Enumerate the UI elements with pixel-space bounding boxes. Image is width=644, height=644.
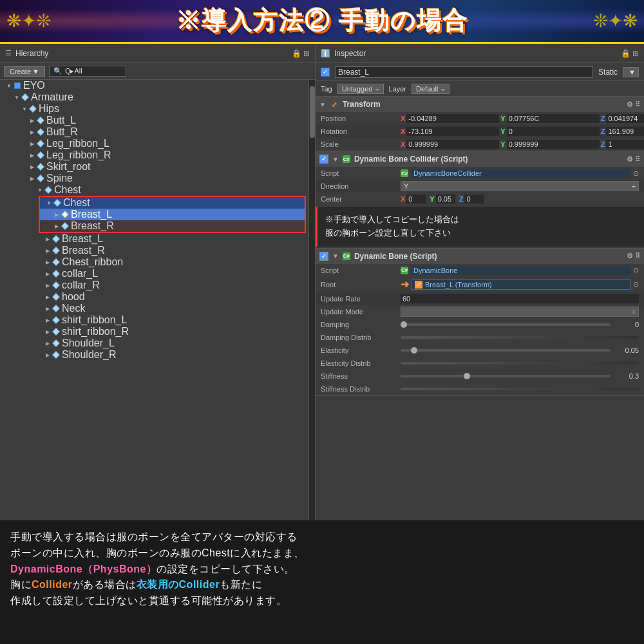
scale-x-input[interactable] [406,140,499,149]
pos-y-input[interactable] [507,114,600,123]
dbc-script-settings[interactable]: ⊙ [633,169,639,178]
stiffness-distrib-track [401,388,639,390]
db-arrow: ▼ [332,252,339,260]
damping-value: 0 [613,321,639,328]
rotation-label: Rotation [321,128,398,135]
object-name-input[interactable] [335,66,593,78]
tree-item-breast-r[interactable]: ▶ Breast_R [40,220,305,232]
label-spine: Spine [46,173,73,184]
tree-item-chest-outer[interactable]: ▼ Chest [0,184,308,196]
pos-z-input[interactable] [606,114,644,123]
elasticity-slider[interactable]: 0.05 [401,346,639,354]
tree-item-spine[interactable]: ▶ Spine [0,173,308,184]
rot-z-label: Z [601,128,605,135]
scale-z-input[interactable] [606,140,644,149]
center-y-input[interactable] [436,194,455,204]
tree-item-butt-r[interactable]: ▶ Butt_R [0,126,308,138]
root-settings-icon[interactable]: ⊙ [633,280,639,289]
icon-neck [52,304,61,313]
scale-xyz: X Y Z [401,140,644,149]
tag-dropdown[interactable]: Untagged ÷ [337,84,384,94]
arrow-breast-l2: ▶ [44,235,52,243]
center-z-input[interactable] [464,194,484,204]
root-value-text: Breast_L (Transform) [425,281,492,289]
db-gear[interactable]: ⚙ ⠿ [627,252,640,260]
tree-item-butt-l[interactable]: ▶ Butt_L [0,115,308,126]
dbc-header[interactable]: ✓ ▼ C# Dynamic Bone Collider (Script) ⚙ … [316,151,644,167]
rot-x-input[interactable] [406,127,499,136]
stiffness-slider[interactable]: 0.3 [401,372,639,380]
arrow-shoulder-r: ▶ [44,351,52,359]
icon-shoulder-r [52,350,61,359]
rot-x-label: X [401,128,405,135]
center-y-label: Y [430,195,434,203]
pos-x-input[interactable] [406,114,499,123]
layer-dropdown[interactable]: Default ÷ [412,84,450,94]
db-script-settings[interactable]: ⊙ [633,266,639,274]
db-checkbox[interactable]: ✓ [319,252,328,261]
hierarchy-title: Hierarchy [15,49,48,58]
tree-item-shoulder-l[interactable]: ▶ Shoulder_L [0,337,308,349]
top-banner: ❋✦❊ ※導入方法② 手動の場合 ❊✦❋ [0,0,644,44]
transform-header[interactable]: ▼ ⤢ Transform ⚙ ⠿ [316,97,644,112]
elasticity-distrib-slider[interactable] [401,362,639,365]
tree-item-skirt-root[interactable]: ▶ Skirt_root [0,161,308,173]
create-button[interactable]: Create ▼ [4,66,45,77]
icon-armature [21,93,30,102]
hierarchy-scrollbar[interactable] [308,80,315,520]
stiffness-distrib-slider[interactable] [401,388,639,390]
tree-item-hood[interactable]: ▶ hood [0,291,308,303]
root-value-field[interactable]: ⤢ Breast_L (Transform) [412,279,630,290]
arrow-chest-inner: ▼ [45,199,53,207]
object-active-checkbox[interactable]: ✓ [321,68,330,77]
annotation-box: ※手動で導入してコピーした場合は 服の胸ボーン設定し直して下さい [316,207,644,247]
stiffness-value: 0.3 [613,372,639,380]
static-dropdown[interactable]: ▼ [623,67,639,77]
direction-dropdown[interactable]: Y ÷ [401,181,639,191]
tree-item-shirt-ribbon-r[interactable]: ▶ shirt_ribbon_R [0,326,308,337]
tree-item-eyo[interactable]: ▼ EYO [0,80,308,91]
tree-item-leg-ribbon-r[interactable]: ▶ Leg_ribbon_R [0,149,308,161]
damping-distrib-slider[interactable] [401,336,639,339]
update-rate-input[interactable] [401,294,639,303]
icon-eyo [13,81,22,90]
tree-item-breast-l2[interactable]: ▶ Breast_L [0,233,308,245]
dbc-checkbox[interactable]: ✓ [319,155,328,164]
center-x-label: X [401,195,405,203]
scale-y-input[interactable] [507,140,600,149]
tree-item-collar-r[interactable]: ▶ collar_R [0,279,308,291]
rot-z-input[interactable] [606,127,644,136]
icon-chest-ribbon [52,258,61,267]
damping-thumb [401,321,407,328]
dbc-gear[interactable]: ⚙ ⠿ [627,155,640,164]
search-box[interactable]: 🔍 Q▸All [49,66,126,77]
icon-shirt-ribbon-l [52,316,61,325]
tree-item-breast-r2[interactable]: ▶ Breast_R [0,245,308,256]
tree-item-neck[interactable]: ▶ Neck [0,303,308,314]
tree-item-armature[interactable]: ▼ Armature [0,91,308,103]
tree-item-shoulder-r[interactable]: ▶ Shoulder_R [0,349,308,361]
label-skirt-root: Skirt_root [46,161,90,173]
icon-chest-outer [44,185,53,194]
icon-butt-r [36,128,45,137]
arrow-leg-ribbon-r: ▶ [28,151,36,159]
tree-area: ▼ EYO ▼ Armature ▼ Hips ▶ [0,80,308,520]
damping-slider[interactable]: 0 [401,321,639,328]
transform-gear[interactable]: ⚙ ⠿ [627,100,640,109]
tree-item-breast-l[interactable]: ▶ Breast_L [40,209,305,220]
tree-item-collar-l[interactable]: ▶ collar_L [0,268,308,279]
icon-breast-l [61,210,70,219]
tag-dropdown-icon: ÷ [375,85,379,93]
static-arrow: ▼ [629,68,636,76]
arrow-butt-l: ▶ [28,117,36,124]
db-header[interactable]: ✓ ▼ C# Dynamic Bone (Script) ⚙ ⠿ [316,249,644,264]
tree-item-chest-ribbon[interactable]: ▶ Chest_ribbon [0,256,308,268]
update-mode-dropdown[interactable]: ÷ [401,307,639,317]
rot-y-input[interactable] [507,127,600,136]
tree-item-chest-inner[interactable]: ▼ Chest [40,197,305,209]
tree-item-shirt-ribbon-l[interactable]: ▶ shirt_ribbon_L [0,314,308,326]
tree-item-leg-ribbon-l[interactable]: ▶ Leg_ribbon_L [0,138,308,149]
center-x-input[interactable] [406,194,426,204]
rot-z-field: Z [601,127,644,136]
tree-item-hips[interactable]: ▼ Hips [0,103,308,115]
